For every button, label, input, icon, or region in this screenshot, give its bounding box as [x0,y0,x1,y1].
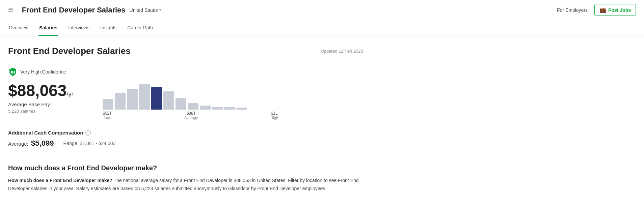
confidence-label: Very High Confidence [20,69,66,75]
nav-tabs: Overview Salaries Interviews Insights Ca… [0,20,644,36]
hamburger-icon[interactable]: ☰ [8,6,14,14]
tab-interviews[interactable]: Interviews [68,20,90,36]
country-selector-button[interactable]: United States ▾ [130,7,161,13]
chart-avg-value: $88T [184,111,198,116]
chart-label-avg: $88T Average [184,111,198,120]
chart-bar-5 [163,91,174,110]
chart-container: $52T Low $88T Average $1L High [103,83,278,120]
chart-bar-6 [176,98,186,110]
salary-amount: $88,063 [8,82,67,99]
salary-count: 5,223 salaries [8,109,82,114]
page-title: Front End Developer Salaries [8,46,131,56]
how-much-title: How much does a Front End Developer make… [8,164,363,172]
tab-salaries[interactable]: Salaries [38,20,58,36]
updated-text: Updated 12 Feb 2023 [321,49,363,54]
info-icon[interactable]: i [85,130,91,136]
tab-career-path[interactable]: Career Path [127,20,153,36]
how-much-section: How much does a Front End Developer make… [8,164,363,193]
chart-low-label: Low [103,116,112,120]
main-content: Front End Developer Salaries Updated 12 … [0,36,371,204]
country-label: United States [130,7,158,13]
breadcrumb-arrow-icon: › [17,7,19,13]
salary-left: $88,063/yr Average Base Pay 5,223 salari… [8,83,82,114]
salary-section: $88,063/yr Average Base Pay 5,223 salari… [8,83,363,120]
chart-bar-9 [212,107,223,110]
how-much-body: How much does a Front End Developer make… [8,177,363,193]
chart-bar-8 [200,106,211,110]
salary-display: $88,063/yr [8,83,82,99]
for-employers-link[interactable]: For Employers [557,7,588,13]
cash-details: Average: $5,099 Range: $1,061 - $24,503 [8,139,363,148]
chart-low-value: $52T [103,111,112,116]
chevron-down-icon: ▾ [159,8,161,12]
avg-base-label: Average Base Pay [8,101,82,107]
chart-label-high: $1L High [270,111,278,120]
header: ☰ › Front End Developer Salaries United … [0,0,644,20]
chart-bar-2 [127,89,138,110]
post-jobs-label: Post Jobs [608,7,631,13]
bar-chart [103,83,278,110]
page-title-section: Front End Developer Salaries Updated 12 … [8,46,363,56]
confidence-shield-icon [8,67,18,77]
briefcase-icon: 💼 [599,7,606,13]
chart-bar-7 [188,103,198,110]
chart-high-label: High [270,116,278,120]
salary-per-yr: /yr [67,91,74,97]
svg-rect-1 [12,71,14,74]
svg-rect-0 [11,71,12,74]
additional-cash-label: Additional Cash Compensation [8,130,83,136]
header-right: For Employers 💼 Post Jobs [557,4,636,16]
tab-insights[interactable]: Insights [100,20,117,36]
chart-bar-11 [236,108,247,110]
how-much-body-bold: How much does a Front End Developer make… [8,178,112,183]
cash-avg-value: $5,099 [31,139,54,147]
tab-overview[interactable]: Overview [8,20,29,36]
chart-bar-3 [139,84,150,110]
confidence-badge: Very High Confidence [8,67,363,77]
additional-cash-section: Additional Cash Compensation i Average: … [8,130,363,156]
chart-bar-10 [224,107,235,110]
chart-bar-1 [115,93,126,110]
post-jobs-button[interactable]: 💼 Post Jobs [594,4,636,16]
cash-avg-label: Average: $5,099 [8,139,54,148]
svg-rect-2 [14,71,15,74]
chart-label-low: $52T Low [103,111,112,120]
header-page-title: Front End Developer Salaries [22,6,126,14]
chart-high-value: $1L [270,111,278,116]
additional-cash-title: Additional Cash Compensation i [8,130,363,136]
chart-bar-0 [103,99,113,110]
chart-bar-4 [151,87,162,110]
cash-range: Range: $1,061 - $24,503 [63,141,115,146]
chart-avg-label: Average [184,116,198,120]
